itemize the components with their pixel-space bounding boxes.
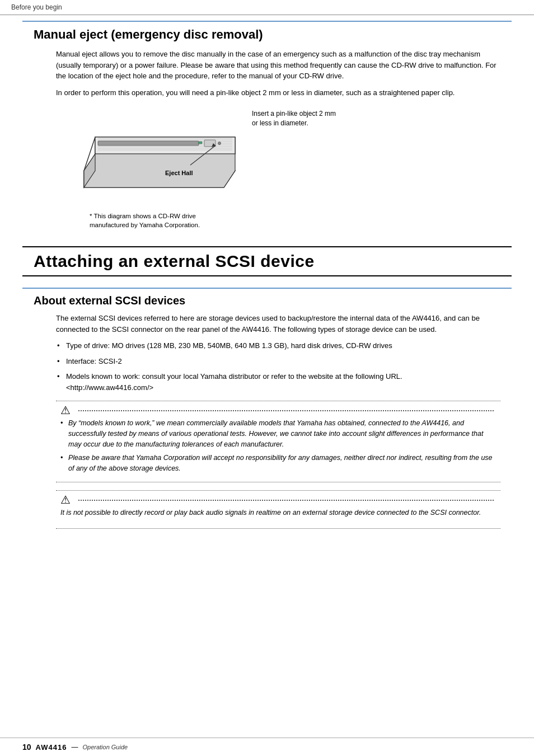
main-content: Manual eject (emergency disc removal) Ma… <box>0 15 534 548</box>
footer-page-number: 10 <box>22 743 31 752</box>
breadcrumb-text: Before you begin <box>11 3 62 11</box>
manual-eject-para1: Manual eject allows you to remove the di… <box>56 49 500 82</box>
manual-eject-body: Manual eject allows you to remove the di… <box>22 49 512 229</box>
footer: 10 AW4416 — Operation Guide <box>0 738 534 756</box>
attaching-section-header: Attaching an external SCSI device <box>22 246 512 276</box>
footer-logo: AW4416 <box>36 743 67 752</box>
insert-label-text: Insert a pin-like object 2 mm or less in… <box>252 110 336 127</box>
warning-content-1: By “models known to work,” we mean comme… <box>60 418 494 474</box>
svg-rect-18 <box>199 142 202 144</box>
svg-text:Eject Hall: Eject Hall <box>165 170 193 176</box>
warning-content-2: It is not possible to directly record or… <box>60 508 494 518</box>
svg-marker-5 <box>84 154 235 187</box>
footer-separator: — <box>71 743 78 751</box>
footer-guide-text: Operation Guide <box>82 744 128 750</box>
diagram-area: Eject Hall Insert a pin-like object 2 mm… <box>56 109 500 200</box>
about-scsi-body: The external SCSI devices referred to he… <box>22 313 512 529</box>
warning-list-1: By “models known to work,” we mean comme… <box>60 418 494 474</box>
warning-divider-top-2: ⚠ <box>60 495 494 505</box>
bullet-item-1: Type of drive: MO drives (128 MB, 230 MB… <box>56 340 500 351</box>
attaching-section-title: Attaching an external SCSI device <box>34 252 500 271</box>
warning-bullet-1-1: By “models known to work,” we mean comme… <box>60 418 494 449</box>
manual-eject-section: Manual eject (emergency disc removal) Ma… <box>22 21 512 229</box>
manual-eject-title: Manual eject (emergency disc removal) <box>22 27 512 42</box>
page-container: Before you begin Manual eject (emergency… <box>0 0 534 756</box>
warning-icon-1: ⚠ <box>60 405 74 416</box>
diagram-labels: Insert a pin-like object 2 mm or less in… <box>241 109 500 145</box>
bullet-item-2: Interface: SCSI-2 <box>56 356 500 367</box>
diagram-note-text: * This diagram shows a CD-RW drive manuf… <box>90 213 200 228</box>
manual-eject-para2: In order to perform this operation, you … <box>56 87 500 98</box>
insert-label: Insert a pin-like object 2 mm or less in… <box>252 109 500 128</box>
breadcrumb: Before you begin <box>0 0 534 15</box>
warning-box-2: ⚠ It is not possible to directly record … <box>56 490 500 529</box>
about-scsi-title: About external SCSI devices <box>22 294 512 307</box>
svg-point-17 <box>218 142 221 145</box>
svg-rect-15 <box>98 141 199 145</box>
warning-icon-2: ⚠ <box>60 494 74 505</box>
diagram-note: * This diagram shows a CD-RW drive manuf… <box>56 212 500 229</box>
about-scsi-section: About external SCSI devices The external… <box>22 288 512 529</box>
bullet-item-3: Models known to work: consult your local… <box>56 371 500 393</box>
warning-text-2: It is not possible to directly record or… <box>60 508 494 518</box>
scsi-bullet-list: Type of drive: MO drives (128 MB, 230 MB… <box>56 340 500 393</box>
warning-box-1: ⚠ By “models known to work,” we mean com… <box>56 401 500 482</box>
warning-bullet-1-2: Please be aware that Yamaha Corporation … <box>60 453 494 474</box>
drive-diagram: Eject Hall <box>67 109 241 200</box>
about-scsi-para1: The external SCSI devices referred to he… <box>56 313 500 335</box>
warning-divider-top-1: ⚠ <box>60 406 494 416</box>
